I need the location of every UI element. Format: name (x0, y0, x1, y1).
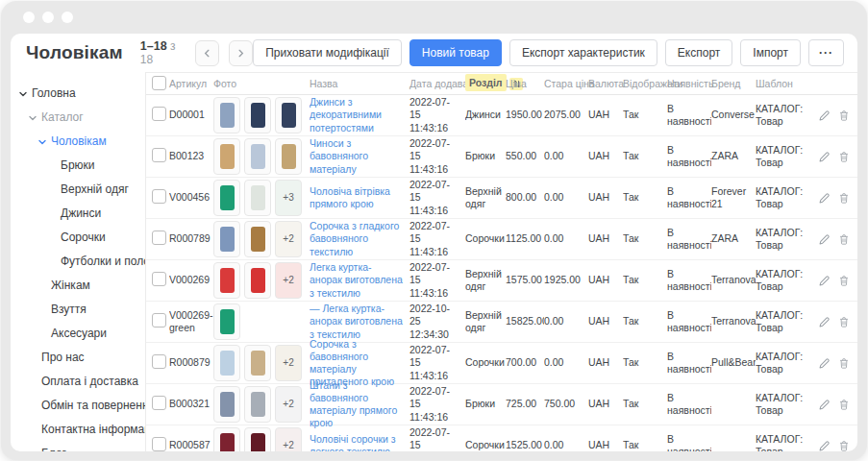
edit-icon[interactable] (818, 316, 831, 328)
row-checkbox[interactable] (152, 148, 166, 162)
row-checkbox[interactable] (152, 272, 166, 286)
product-photo[interactable] (244, 221, 271, 257)
sidebar-item[interactable]: Каталог (11, 106, 145, 130)
delete-icon[interactable] (838, 151, 850, 163)
delete-icon[interactable] (838, 275, 850, 287)
delete-icon[interactable] (838, 233, 850, 246)
select-all-checkbox[interactable] (152, 76, 166, 90)
product-name-link[interactable]: Сорочка з гладкого бавовняного текстилю (310, 220, 399, 256)
more-photos-badge[interactable]: +2 (275, 427, 302, 451)
sidebar-item[interactable]: Джинси (11, 202, 145, 226)
row-checkbox[interactable] (152, 313, 166, 328)
product-photo[interactable] (244, 386, 271, 423)
more-photos-badge[interactable]: +2 (275, 345, 302, 381)
sidebar-item[interactable]: Аксесуари (11, 322, 145, 346)
edit-icon[interactable] (818, 109, 831, 122)
new-product-button[interactable]: Новий товар (409, 39, 502, 66)
column-header[interactable]: Наявність (667, 78, 711, 89)
sidebar-item[interactable]: Про нас (11, 346, 145, 370)
product-photo[interactable] (275, 97, 302, 133)
column-header[interactable]: Відображати (623, 78, 667, 89)
row-checkbox[interactable] (152, 230, 166, 245)
row-checkbox[interactable] (152, 396, 166, 410)
delete-icon[interactable] (838, 109, 850, 122)
product-photo[interactable] (244, 180, 271, 216)
window-dot[interactable] (42, 12, 54, 23)
product-photo[interactable] (244, 97, 271, 133)
product-photo[interactable] (213, 221, 240, 257)
delete-icon[interactable] (838, 399, 850, 411)
column-header[interactable]: Шаблон (756, 78, 817, 89)
sidebar-item[interactable]: Футболки и поло (11, 250, 145, 274)
edit-icon[interactable] (818, 440, 831, 452)
row-checkbox[interactable] (152, 107, 166, 121)
sidebar-item[interactable]: Блог (11, 442, 145, 451)
more-photos-badge[interactable]: +2 (275, 386, 302, 423)
edit-icon[interactable] (818, 357, 831, 370)
product-name-link[interactable]: Легка куртка-анорак виготовлена з тексти… (310, 261, 403, 298)
sidebar-item[interactable]: Оплата і доставка (11, 370, 145, 394)
column-header[interactable]: Ціна (506, 78, 544, 89)
delete-icon[interactable] (838, 192, 850, 205)
column-header[interactable]: Розділ (465, 77, 506, 90)
delete-icon[interactable] (838, 316, 850, 328)
sidebar-item[interactable]: Чоловікам (11, 130, 145, 154)
product-photo[interactable] (244, 345, 271, 381)
product-photo[interactable] (244, 427, 271, 451)
product-name-link[interactable]: Чоловіча вітрівка прямого крою (310, 185, 390, 209)
product-photo[interactable] (213, 427, 240, 451)
product-name-link[interactable]: Чиноси з бавовняного матеріалу (310, 137, 368, 174)
sidebar-item[interactable]: Брюки (11, 154, 145, 178)
edit-icon[interactable] (818, 275, 831, 287)
sidebar-item[interactable]: Взуття (11, 298, 145, 322)
delete-icon[interactable] (838, 357, 850, 370)
prev-page-button[interactable] (195, 40, 219, 66)
product-photo[interactable] (275, 138, 302, 175)
row-checkbox[interactable] (152, 189, 166, 204)
more-photos-badge[interactable]: +3 (275, 180, 302, 216)
window-dot[interactable] (23, 12, 35, 23)
product-photo[interactable] (213, 303, 240, 340)
product-name-link[interactable]: Джинси з декоративними потертостями (310, 96, 382, 133)
more-actions-button[interactable]: ··· (808, 39, 844, 66)
column-header[interactable]: Фото (213, 78, 310, 89)
column-header[interactable]: Дата додавання (409, 78, 465, 89)
column-header[interactable]: Артикул (169, 78, 213, 89)
product-photo[interactable] (213, 386, 240, 423)
product-photo[interactable] (213, 180, 240, 216)
delete-icon[interactable] (838, 440, 850, 452)
sidebar-item[interactable]: Сорочки (11, 226, 145, 250)
edit-icon[interactable] (818, 399, 831, 411)
more-photos-badge[interactable]: +2 (275, 221, 302, 257)
export-button[interactable]: Експорт (665, 39, 732, 66)
row-checkbox[interactable] (152, 437, 166, 451)
product-name-link[interactable]: — Легка куртка-анорак виготовлена з текс… (310, 303, 403, 339)
sidebar-item[interactable]: Жінкам (11, 274, 145, 298)
product-name-link[interactable]: Чоловічі сорочки з легкого текстилю (310, 433, 396, 451)
more-photos-badge[interactable]: +2 (275, 262, 302, 299)
edit-icon[interactable] (818, 151, 831, 163)
product-name-link[interactable]: Штани з бавовняного матеріалу прямого кр… (310, 379, 397, 428)
window-dot[interactable] (62, 12, 73, 23)
product-photo[interactable] (244, 138, 271, 175)
edit-icon[interactable] (818, 233, 831, 246)
export-characteristics-button[interactable]: Експорт характеристик (509, 39, 657, 66)
column-header[interactable]: Стара ціна (544, 78, 588, 89)
sidebar-item[interactable]: Обмін та повернення (11, 394, 145, 418)
hide-modifications-button[interactable]: Приховати модифікації (253, 39, 402, 66)
product-photo[interactable] (213, 97, 240, 133)
row-checkbox[interactable] (152, 354, 166, 369)
edit-icon[interactable] (818, 192, 831, 205)
next-page-button[interactable] (229, 40, 253, 66)
product-photo[interactable] (244, 262, 271, 299)
product-photo[interactable] (213, 138, 240, 175)
column-header[interactable]: Назва (310, 78, 409, 89)
column-header[interactable]: Бренд (711, 78, 756, 89)
import-button[interactable]: Імпорт (740, 39, 801, 66)
product-photo[interactable] (213, 345, 240, 381)
sidebar-item[interactable]: Верхній одяг (11, 178, 145, 202)
column-header[interactable]: Валюта (588, 78, 623, 89)
product-photo[interactable] (213, 262, 240, 299)
sidebar-item[interactable]: Головна (11, 82, 145, 106)
sidebar-item[interactable]: Контактна інформація (11, 418, 145, 442)
